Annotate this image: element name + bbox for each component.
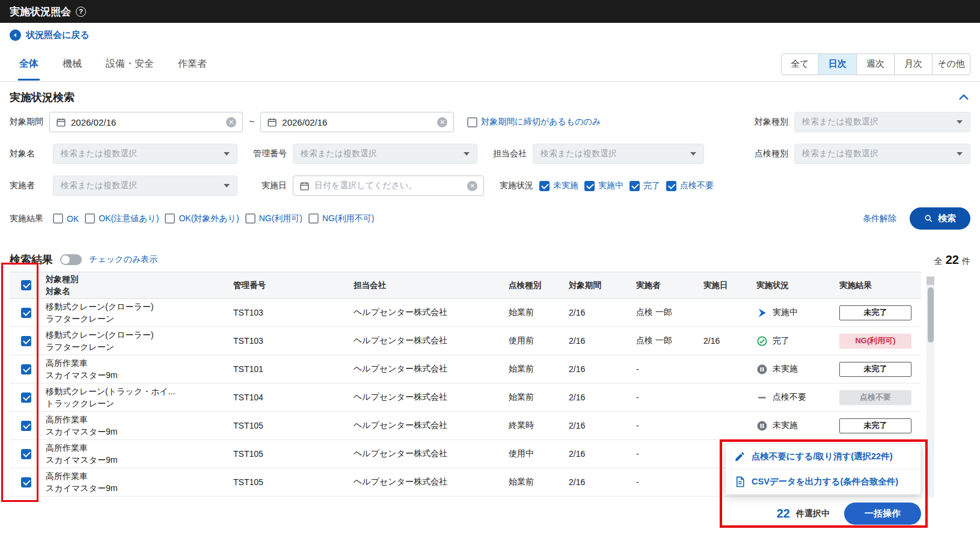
search-button[interactable]: 検索 (910, 207, 970, 230)
clear-icon[interactable]: ✕ (226, 117, 236, 127)
inspection-type-select[interactable]: 検索または複数選択 (794, 144, 970, 164)
popup-item-mark-not-required[interactable]: 点検不要にする/取り消す(選択22件) (726, 444, 920, 469)
period-all-button[interactable]: 全て (781, 53, 819, 75)
cell-target: 高所作業車スカイマスター9m (42, 412, 230, 439)
status-option-not-done: 未実施 (539, 180, 578, 191)
select-placeholder: 検索または複数選択 (802, 148, 952, 159)
tab-equipment-safety[interactable]: 設備・安全 (105, 48, 155, 81)
result-checkbox[interactable] (308, 213, 319, 224)
company-select[interactable]: 検索または複数選択 (533, 144, 704, 164)
col-inspection-type: 点検種別 (505, 279, 565, 292)
select-all-checkbox[interactable] (21, 280, 31, 290)
page-title: 実施状況照会 (10, 5, 71, 19)
table-row[interactable]: 移動式クレーン(クローラー)ラフタークレーン TST103 ヘルプセンター株式会… (10, 299, 921, 327)
tab-worker[interactable]: 作業者 (177, 48, 208, 81)
result-option-ng-usable: NG(利用可) (245, 213, 302, 224)
row-checkbox[interactable] (21, 477, 31, 487)
col-control-no: 管理番号 (230, 279, 350, 292)
status-option-label: 完了 (643, 180, 660, 191)
status-checkbox[interactable] (584, 181, 595, 191)
cell-inspection-type: 始業前 (505, 362, 565, 376)
scroll-up-button[interactable] (926, 277, 934, 285)
cell-status: 未実施 (753, 362, 836, 376)
back-arrow-icon[interactable] (10, 29, 21, 41)
vertical-scrollbar[interactable] (926, 277, 934, 498)
row-checkbox[interactable] (21, 308, 31, 318)
results-header: 検索結果 チェックのみ表示 全 22 件 (0, 238, 980, 272)
result-checkbox[interactable] (53, 213, 63, 224)
selected-count: 22 (777, 507, 790, 521)
deadline-only-checkbox[interactable] (467, 117, 477, 127)
control-no-select[interactable]: 検索または複数選択 (293, 144, 477, 164)
cell-result: 未完了 (836, 417, 921, 435)
total-count-value: 22 (946, 253, 959, 267)
row-checkbox[interactable] (21, 393, 31, 403)
tab-machine[interactable]: 機械 (61, 48, 83, 81)
clear-conditions-link[interactable]: 条件解除 (863, 213, 896, 224)
col-exec-date: 実施日 (700, 279, 753, 292)
selected-count-label: 件選択中 (796, 509, 830, 519)
search-icon (924, 214, 933, 223)
form-row-exec: 実施者 検索または複数選択 実施日 日付を選択してください。 ✕ 実施状況 未実… (10, 176, 970, 196)
cell-inspection-type: 使用中 (505, 447, 565, 460)
cell-status: 実施中 (753, 306, 836, 320)
period-label: 対象期間 (10, 117, 43, 127)
collapse-chevron-icon[interactable] (957, 91, 970, 104)
table-row[interactable]: 移動式クレーン(クローラー)ラフタークレーン TST103 ヘルプセンター株式会… (10, 327, 921, 355)
period-monthly-button[interactable]: 月次 (895, 53, 933, 75)
tab-all[interactable]: 全体 (18, 48, 40, 81)
period-weekly-button[interactable]: 週次 (857, 53, 895, 75)
cell-period: 2/16 (565, 391, 632, 403)
table-row[interactable]: 移動式クレーン(トラック・ホイ...トラッククレーン TST104 ヘルプセンタ… (10, 384, 921, 412)
period-to-input[interactable]: 2026/02/16 ✕ (260, 112, 454, 132)
period-other-button[interactable]: その他 (933, 53, 970, 75)
status-badge: 点検不要 (839, 390, 911, 405)
help-icon[interactable]: ? (76, 7, 86, 17)
back-link[interactable]: 状況照会に戻る (26, 29, 90, 41)
target-name-select[interactable]: 検索または複数選択 (53, 144, 237, 164)
row-checkbox[interactable] (21, 449, 31, 459)
status-badge: 未完了 (839, 362, 911, 377)
period-from-input[interactable]: 2026/02/16 ✕ (49, 112, 243, 132)
operator-label: 実施者 (10, 180, 47, 191)
col-operator: 実施者 (632, 279, 700, 292)
inspection-type-label: 点検種別 (755, 148, 788, 159)
operator-select[interactable]: 検索または複数選択 (53, 176, 237, 196)
result-checkbox[interactable] (165, 213, 175, 224)
checked-only-toggle[interactable] (60, 254, 82, 265)
row-checkbox[interactable] (21, 421, 31, 431)
cell-result: 未完了 (836, 304, 921, 322)
target-type-select[interactable]: 検索または複数選択 (794, 112, 970, 132)
bulk-action-popup: 点検不要にする/取り消す(選択22件) CSVデータを出力する(条件合致全件) (725, 443, 921, 495)
cell-exec-date (700, 311, 753, 314)
bulk-action-button[interactable]: 一括操作 (844, 503, 921, 525)
popup-item-export-csv[interactable]: CSVデータを出力する(条件合致全件) (726, 469, 920, 494)
result-option-ok-warning: OK(注意値あり) (85, 213, 159, 224)
period-daily-button[interactable]: 日次 (819, 53, 857, 75)
scrollbar-thumb[interactable] (928, 287, 934, 343)
result-checkbox[interactable] (85, 213, 95, 224)
clear-icon[interactable]: ✕ (437, 117, 447, 127)
cell-period: 2/16 (565, 335, 632, 347)
table-row[interactable]: 高所作業車スカイマスター9m TST105 ヘルプセンター株式会社 終業時 2/… (10, 412, 921, 440)
status-badge: NG(利用可) (839, 334, 911, 349)
period-filter: 全て 日次 週次 月次 その他 (781, 53, 970, 75)
pencil-icon (734, 451, 746, 462)
cell-company: ヘルプセンター株式会社 (350, 334, 505, 347)
row-checkbox[interactable] (21, 336, 31, 346)
status-checkbox[interactable] (666, 181, 676, 191)
table-row[interactable]: 高所作業車スカイマスター9m TST101 ヘルプセンター株式会社 始業前 2/… (10, 355, 921, 384)
result-checkbox[interactable] (245, 213, 256, 224)
status-checkbox[interactable] (629, 181, 640, 191)
popup-item-label: 点検不要にする/取り消す(選択22件) (752, 451, 893, 462)
inspection-type-group: 点検種別 検索または複数選択 (755, 144, 970, 164)
col-period: 対象期間 (565, 279, 632, 292)
exec-date-input[interactable]: 日付を選択してください。 ✕ (293, 176, 484, 196)
status-checkbox[interactable] (539, 181, 550, 191)
control-no-label: 管理番号 (253, 148, 287, 159)
csv-file-icon (734, 476, 746, 487)
cell-operator: - (632, 448, 700, 460)
target-type-label: 対象種別 (755, 117, 788, 127)
clear-icon[interactable]: ✕ (467, 181, 477, 191)
row-checkbox[interactable] (21, 364, 31, 374)
